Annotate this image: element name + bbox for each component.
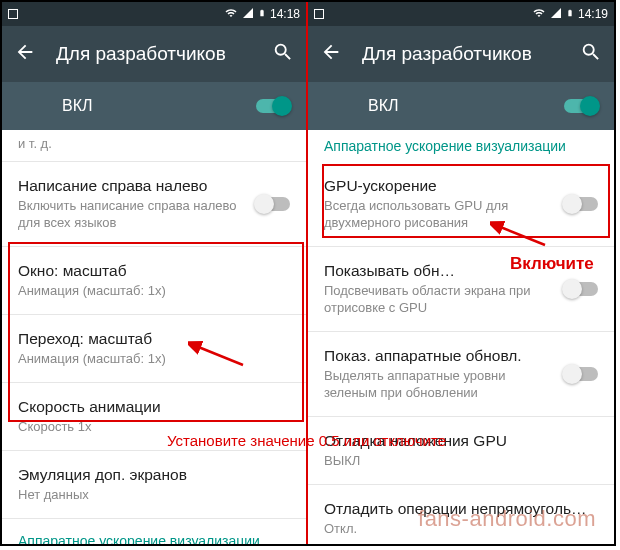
section-hw-accel: Аппаратное ускорение визуализации	[2, 519, 306, 544]
setting-title: Отладка наложения GPU	[324, 431, 598, 451]
master-switch[interactable]	[256, 99, 290, 113]
setting-title: Отладить операции непрямоуголь…	[324, 499, 598, 519]
master-toggle-label: ВКЛ	[324, 97, 564, 115]
setting-title: Написание справа налево	[18, 176, 246, 196]
wifi-icon	[532, 7, 546, 22]
setting-title: Скорость анимации	[18, 397, 290, 417]
setting-subtitle: Анимация (масштаб: 1x)	[18, 351, 290, 368]
status-bar: 14:18	[2, 2, 306, 26]
clock: 14:19	[578, 7, 608, 21]
setting-simulate-displays[interactable]: Эмуляция доп. экранов Нет данных	[2, 451, 306, 519]
setting-subtitle: ВЫКЛ	[324, 453, 598, 470]
toggle-switch[interactable]	[564, 197, 598, 211]
setting-subtitle: Выделять аппаратные уровни зеленым при о…	[324, 368, 554, 402]
setting-title: Переход: масштаб	[18, 329, 290, 349]
section-hw-accel: Аппаратное ускорение визуализации	[308, 130, 614, 162]
setting-subtitle: Нет данных	[18, 487, 290, 504]
setting-subtitle: Подсвечивать области экрана при отрисовк…	[324, 283, 554, 317]
toggle-switch[interactable]	[564, 282, 598, 296]
screenshot-left: 14:18 Для разработчиков ВКЛ и т. д. Напи…	[2, 2, 308, 544]
setting-title: Окно: масштаб	[18, 261, 290, 281]
signal-icon	[550, 7, 562, 22]
setting-animator-speed[interactable]: Скорость анимации Скорость 1x	[2, 383, 306, 451]
master-switch[interactable]	[564, 99, 598, 113]
truncated-text: и т. д.	[2, 130, 306, 162]
setting-show-hw-layers[interactable]: Показ. аппаратные обновл. Выделять аппар…	[308, 332, 614, 417]
setting-title: GPU-ускорение	[324, 176, 554, 196]
setting-window-scale[interactable]: Окно: масштаб Анимация (масштаб: 1x)	[2, 247, 306, 315]
search-icon[interactable]	[272, 41, 294, 67]
screenshot-right: 14:19 Для разработчиков ВКЛ Аппаратное у…	[308, 2, 614, 544]
signal-icon	[242, 7, 254, 22]
app-indicator-icon	[314, 9, 324, 19]
search-icon[interactable]	[580, 41, 602, 67]
setting-transition-scale[interactable]: Переход: масштаб Анимация (масштаб: 1x)	[2, 315, 306, 383]
master-toggle-row[interactable]: ВКЛ	[308, 82, 614, 130]
setting-title: Показывать обн…	[324, 261, 554, 281]
setting-title: Эмуляция доп. экранов	[18, 465, 290, 485]
setting-gpu-accel[interactable]: GPU-ускорение Всегда использовать GPU дл…	[308, 162, 614, 247]
battery-icon	[566, 7, 574, 22]
setting-subtitle: Откл.	[324, 521, 598, 538]
page-title: Для разработчиков	[56, 43, 252, 65]
app-bar: Для разработчиков	[308, 26, 614, 82]
setting-subtitle: Всегда использовать GPU для двухмерного …	[324, 198, 554, 232]
setting-debug-gpu-overdraw[interactable]: Отладка наложения GPU ВЫКЛ	[308, 417, 614, 485]
status-bar: 14:19	[308, 2, 614, 26]
setting-title: Показ. аппаратные обновл.	[324, 346, 554, 366]
back-arrow-icon[interactable]	[14, 41, 36, 67]
page-title: Для разработчиков	[362, 43, 560, 65]
setting-subtitle: Включить написание справа налево для все…	[18, 198, 246, 232]
wifi-icon	[224, 7, 238, 22]
battery-icon	[258, 7, 266, 22]
toggle-switch[interactable]	[256, 197, 290, 211]
setting-subtitle: Скорость 1x	[18, 419, 290, 436]
master-toggle-row[interactable]: ВКЛ	[2, 82, 306, 130]
toggle-switch[interactable]	[564, 367, 598, 381]
master-toggle-label: ВКЛ	[18, 97, 256, 115]
setting-subtitle: Анимация (масштаб: 1x)	[18, 283, 290, 300]
back-arrow-icon[interactable]	[320, 41, 342, 67]
app-indicator-icon	[8, 9, 18, 19]
setting-show-gpu-updates[interactable]: Показывать обн… Подсвечивать области экр…	[308, 247, 614, 332]
setting-rtl[interactable]: Написание справа налево Включить написан…	[2, 162, 306, 247]
setting-debug-nonrect[interactable]: Отладить операции непрямоуголь… Откл.	[308, 485, 614, 544]
app-bar: Для разработчиков	[2, 26, 306, 82]
clock: 14:18	[270, 7, 300, 21]
